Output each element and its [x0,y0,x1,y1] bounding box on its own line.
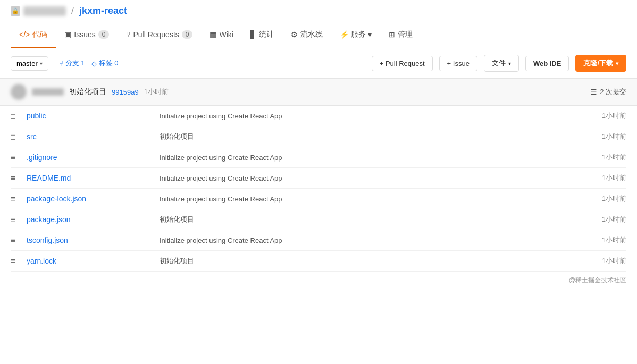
pipeline-icon: ⚙ [291,30,298,39]
path-separator: / [71,5,74,16]
repo-name[interactable]: jkxm-react [79,5,127,16]
clone-button[interactable]: 克隆/下载 ▾ [575,55,626,72]
tab-stats[interactable]: ▋ 统计 [242,22,282,48]
file-icon: ≡ [11,173,22,183]
webide-button[interactable]: Web IDE [525,56,569,71]
tab-pr-label: Pull Requests [133,30,179,39]
file-time: 1小时前 [579,173,626,183]
file-time: 1小时前 [579,256,626,266]
file-time: 1小时前 [579,194,626,204]
clone-chevron-icon: ▾ [616,61,618,66]
file-commit-msg: Initialize project using Create React Ap… [160,112,579,120]
tag-count-label: 标签 0 [99,58,119,68]
issue-button-label: + Issue [447,60,470,67]
wiki-icon: ▦ [209,30,216,39]
file-icon: ≡ [11,256,22,266]
commit-count-icon: ☰ [590,88,597,96]
table-row: ≡.gitignoreInitialize project using Crea… [11,147,626,168]
table-row: ≡package.json初始化项目1小时前 [11,209,626,230]
branch-name: master [16,60,38,67]
file-commit-msg: 初始化项目 [160,256,579,266]
tab-pull-requests[interactable]: ⑂ Pull Requests 0 [118,23,201,47]
tab-stats-label: 统计 [259,30,274,39]
file-name[interactable]: public [27,112,160,120]
file-commit-msg: Initialize project using Create React Ap… [160,195,579,203]
code-icon: </> [19,30,30,39]
file-name[interactable]: tsconfig.json [27,236,160,244]
tab-wiki[interactable]: ▦ Wiki [201,23,241,47]
table-row: ≡yarn.lock初始化项目1小时前 [11,251,626,272]
tab-pipeline[interactable]: ⚙ 流水线 [282,22,331,48]
commit-author [32,88,64,96]
manage-icon: ⊞ [389,30,395,39]
toolbar: master ▾ ⑂ 分支 1 ◇ 标签 0 + Pull Request + … [0,48,637,79]
file-time: 1小时前 [579,132,626,141]
tab-manage-label: 管理 [398,30,413,39]
branch-count[interactable]: ⑂ 分支 1 [59,58,85,68]
tab-issues-label: Issues [74,30,95,39]
branch-chevron-icon: ▾ [40,61,43,66]
file-name[interactable]: .gitignore [27,153,160,162]
commit-bar: 初始化项目 99159a9 1小时前 ☰ 2 次提交 [0,79,637,106]
tab-service-label: 服务 [351,30,366,39]
file-list: □publicInitialize project using Create R… [0,106,637,272]
table-row: □src初始化项目1小时前 [11,126,626,147]
file-name[interactable]: src [27,132,160,141]
commit-message[interactable]: 初始化项目 [69,87,106,97]
branch-selector[interactable]: master ▾ [11,56,48,71]
folder-icon: □ [11,132,22,141]
commit-time: 1小时前 [144,87,169,97]
pull-request-button[interactable]: + Pull Request [372,56,433,71]
file-name[interactable]: README.md [27,174,160,182]
branch-count-label: 分支 1 [65,58,85,68]
issues-icon: ▣ [64,30,71,39]
tab-code-label: 代码 [32,30,47,39]
lock-icon: 🔒 [11,6,20,16]
table-row: ≡tsconfig.jsonInitialize project using C… [11,230,626,251]
file-icon: ≡ [11,235,22,245]
clone-button-label: 克隆/下载 [583,58,613,68]
table-row: □publicInitialize project using Create R… [11,106,626,126]
file-name[interactable]: yarn.lock [27,257,160,265]
service-icon: ⚡ [340,30,349,39]
avatar [11,84,27,100]
file-time: 1小时前 [579,235,626,245]
file-commit-msg: Initialize project using Create React Ap… [160,236,579,244]
commit-count-label: 2 次提交 [600,87,626,97]
pr-icon: ⑂ [126,30,130,39]
file-name[interactable]: package-lock.json [27,194,160,203]
folder-icon: □ [11,111,22,121]
commit-hash[interactable]: 99159a9 [112,88,139,96]
file-button[interactable]: 文件 ▾ [484,55,519,72]
tag-count[interactable]: ◇ 标签 0 [91,58,119,68]
table-row: ≡package-lock.jsonInitialize project usi… [11,189,626,209]
file-chevron-icon: ▾ [508,61,511,66]
file-icon: ≡ [11,194,22,204]
file-button-label: 文件 [492,58,506,68]
tab-code[interactable]: </> 代码 [11,22,56,48]
tab-issues[interactable]: ▣ Issues 0 [56,23,118,47]
tab-wiki-label: Wiki [219,30,233,39]
table-row: ≡README.mdInitialize project using Creat… [11,168,626,189]
file-icon: ≡ [11,153,22,162]
tab-manage[interactable]: ⊞ 管理 [380,22,421,48]
tab-service[interactable]: ⚡ 服务 ▾ [331,22,380,48]
tab-pipeline-label: 流水线 [300,30,323,39]
file-commit-msg: 初始化项目 [160,132,579,141]
stats-icon: ▋ [250,30,256,39]
file-commit-msg: 初始化项目 [160,215,579,224]
commit-count[interactable]: ☰ 2 次提交 [590,87,626,97]
owner-name-blurred [23,6,66,16]
file-icon: ≡ [11,215,22,224]
meta-info: ⑂ 分支 1 ◇ 标签 0 [59,58,119,68]
file-commit-msg: Initialize project using Create React Ap… [160,154,579,162]
file-commit-msg: Initialize project using Create React Ap… [160,174,579,182]
issue-button[interactable]: + Issue [439,56,477,71]
tag-icon: ◇ [91,60,97,67]
file-time: 1小时前 [579,215,626,224]
issues-badge: 0 [98,30,110,39]
service-dropdown-icon: ▾ [368,30,372,39]
file-name[interactable]: package.json [27,215,160,224]
branch-fork-icon: ⑂ [59,60,63,67]
pr-badge: 0 [182,30,193,39]
